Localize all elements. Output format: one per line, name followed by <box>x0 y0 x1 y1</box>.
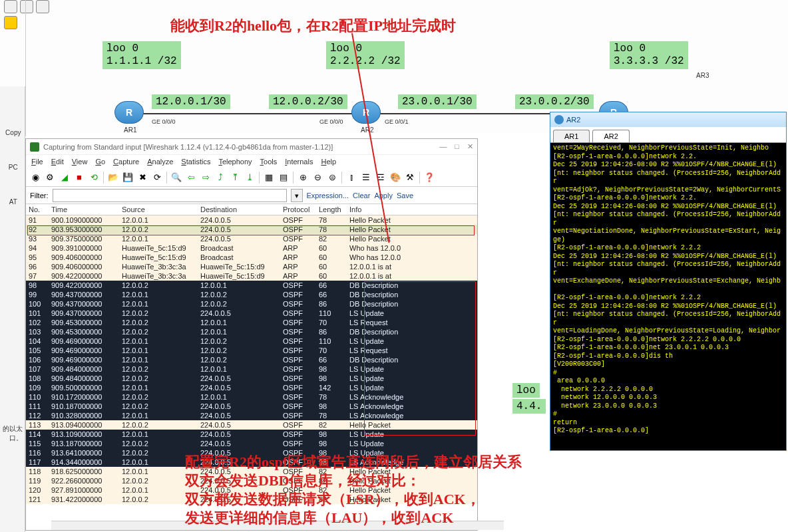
tb-autoscroll-icon[interactable]: ▤ <box>277 171 290 184</box>
packet-row[interactable]: 109909.50000000012.0.0.1224.0.0.5OSPF142… <box>26 383 477 392</box>
menu-file[interactable]: File <box>31 158 43 166</box>
icon-app2[interactable] <box>20 0 33 13</box>
packet-row[interactable]: 97909.422000000HuaweiTe_3b:3c:3aHuaweiTe… <box>26 271 477 281</box>
tab-ar1[interactable]: AR1 <box>553 130 590 142</box>
packet-row[interactable]: 108909.48400000012.0.0.2224.0.0.5OSPF98L… <box>26 374 477 383</box>
packet-row[interactable]: 93909.37500000012.0.0.1224.0.0.5OSPF82He… <box>26 234 477 243</box>
tb-goto-icon[interactable]: ⤴ <box>214 171 227 184</box>
tb-last-icon[interactable]: ⤓ <box>243 171 256 184</box>
icon-lightning[interactable] <box>4 16 17 29</box>
tb-colorize-icon[interactable]: ▦ <box>262 171 276 184</box>
ip-12-2: 12.0.0.2/30 <box>269 94 347 109</box>
ip-12-1: 12.0.0.1/30 <box>152 94 230 109</box>
filter-dropdown-icon[interactable]: ▾ <box>291 189 303 202</box>
menu-telephony[interactable]: Telephony <box>218 158 252 166</box>
ge-r1-00: GE 0/0/0 <box>152 118 176 125</box>
icon-app1[interactable] <box>4 0 17 13</box>
col-info[interactable]: Info <box>347 204 477 215</box>
packet-row[interactable]: 111910.18700000012.0.0.2224.0.0.5OSPF98L… <box>26 402 477 411</box>
menu-edit[interactable]: Edit <box>51 158 64 166</box>
tb-reload-icon[interactable]: ⟳ <box>150 171 164 184</box>
packet-row[interactable]: 110910.17200000012.0.0.212.0.0.1OSPF78LS… <box>26 392 477 402</box>
menu-help[interactable]: Help <box>321 158 336 166</box>
filter-label: Filter: <box>30 192 49 200</box>
tb-interfaces-icon[interactable]: ◉ <box>29 171 42 184</box>
packet-row[interactable]: 105909.46900000012.0.0.112.0.0.2OSPF70LS… <box>26 346 477 355</box>
packet-row[interactable]: 114913.10900000012.0.0.1224.0.0.5OSPF98L… <box>26 430 477 439</box>
packet-row[interactable]: 106909.46900000012.0.0.112.0.0.2OSPF66DB… <box>26 355 477 364</box>
packet-row[interactable]: 107909.48400000012.0.0.212.0.0.1OSPF98LS… <box>26 364 477 374</box>
packet-row[interactable]: 95909.406000000HuaweiTe_5c:15:d9Broadcas… <box>26 253 477 262</box>
menu-internals[interactable]: Internals <box>285 158 313 166</box>
tb-fwd-icon[interactable]: ⇨ <box>199 171 212 184</box>
ar2-console[interactable]: vent=2WayReceived, NeighborPreviousState… <box>550 143 786 437</box>
col-time[interactable]: Time <box>49 204 119 215</box>
router-r2-label: AR2 <box>361 126 373 134</box>
tb-prefs-icon[interactable]: ⚒ <box>403 171 417 184</box>
left-eth-label: 的以太口。 <box>0 424 23 443</box>
tb-zoomout-icon[interactable]: ⊖ <box>311 171 324 184</box>
col-len[interactable]: Length <box>316 204 347 215</box>
close-icon[interactable]: ✕ <box>467 142 473 151</box>
packet-row[interactable]: 102909.45300000012.0.0.212.0.0.1OSPF70LS… <box>26 318 477 327</box>
menu-view[interactable]: View <box>72 158 88 166</box>
menu-tools[interactable]: Tools <box>260 158 278 166</box>
packet-row[interactable]: 94909.391000000HuaweiTe_5c:15:d9Broadcas… <box>26 243 477 253</box>
tb-restart-icon[interactable]: ⟲ <box>87 171 100 184</box>
loo0-r3: loo 03.3.3.3 /32 <box>610 41 688 69</box>
router-r1-label: AR1 <box>124 126 136 134</box>
packet-row[interactable]: 91900.10900000012.0.0.1224.0.0.5OSPF78He… <box>26 215 477 225</box>
col-proto[interactable]: Protocol <box>280 204 316 215</box>
packet-row[interactable]: 100909.43700000012.0.0.112.0.0.2OSPF86DB… <box>26 299 477 309</box>
packet-row[interactable]: 115913.18700000012.0.0.2224.0.0.5OSPF98L… <box>26 439 477 448</box>
filter-input[interactable] <box>53 189 287 202</box>
tb-resize-icon[interactable]: ⫿ <box>345 171 358 184</box>
ar2-titlebar[interactable]: AR2 <box>550 112 786 127</box>
menu-analyze[interactable]: Analyze <box>147 158 173 166</box>
tb-zoom100-icon[interactable]: ⊜ <box>325 171 339 184</box>
min-icon[interactable]: — <box>439 142 447 151</box>
tab-ar2[interactable]: AR2 <box>592 130 629 142</box>
tb-find-icon[interactable]: 🔍 <box>170 171 183 184</box>
packet-row[interactable]: 101909.43700000012.0.0.2224.0.0.5OSPF110… <box>26 309 477 318</box>
tb-close-icon[interactable]: ✖ <box>136 171 149 184</box>
router-r1[interactable]: R <box>114 101 144 124</box>
packet-row[interactable]: 98909.42200000012.0.0.212.0.0.1OSPF66DB … <box>26 281 477 290</box>
tb-options-icon[interactable]: ⚙ <box>43 171 57 184</box>
ip-extra: 4.4. <box>512 399 546 414</box>
filter-save[interactable]: Save <box>397 192 413 200</box>
filter-expression[interactable]: Expression... <box>307 192 349 200</box>
icon-app3[interactable] <box>36 0 49 13</box>
tb-zoomin-icon[interactable]: ⊕ <box>296 171 309 184</box>
tb-capfilter-icon[interactable]: ☰ <box>359 171 373 184</box>
packet-row[interactable]: 103909.45300000012.0.0.212.0.0.1OSPF86DB… <box>26 327 477 336</box>
col-no[interactable]: No. <box>26 204 49 215</box>
tb-back-icon[interactable]: ⇦ <box>184 171 198 184</box>
packet-row[interactable]: 96909.406000000HuaweiTe_3b:3c:3aHuaweiTe… <box>26 262 477 271</box>
annotation-b2: 双方会发送DBD信息库，经过对比： <box>185 471 421 491</box>
packet-row[interactable]: 99909.43700000012.0.0.112.0.0.2OSPF66DB … <box>26 290 477 299</box>
packet-row[interactable]: 112910.32800000012.0.0.1224.0.0.5OSPF78L… <box>26 411 477 420</box>
wireshark-titlebar[interactable]: Capturing from Standard input [Wireshark… <box>26 139 477 155</box>
tb-open-icon[interactable]: 📂 <box>106 171 120 184</box>
col-dest[interactable]: Destination <box>198 204 280 215</box>
tb-start-icon[interactable]: ◢ <box>58 171 71 184</box>
tb-stop-icon[interactable]: ■ <box>73 171 86 184</box>
packet-row[interactable]: 113913.09400000012.0.0.2224.0.0.5OSPF82H… <box>26 420 477 430</box>
menu-statistics[interactable]: Statistics <box>181 158 210 166</box>
filter-apply[interactable]: Apply <box>374 192 393 200</box>
packet-row[interactable]: 92903.95300000012.0.0.2224.0.0.5OSPF78He… <box>26 225 477 234</box>
ge-r2-00: GE 0/0/0 <box>319 118 343 125</box>
menu-capture[interactable]: Capture <box>113 158 139 166</box>
packet-row[interactable]: 104909.46900000012.0.0.112.0.0.2OSPF110L… <box>26 336 477 346</box>
filter-clear[interactable]: Clear <box>353 192 370 200</box>
tb-coloring-icon[interactable]: 🎨 <box>389 171 402 184</box>
loo0-r1: loo 01.1.1.1 /32 <box>102 41 181 69</box>
tb-first-icon[interactable]: ⤒ <box>228 171 242 184</box>
tb-save-icon[interactable]: 💾 <box>121 171 134 184</box>
wireshark-toolbar: ◉ ⚙ ◢ ■ ⟲ 📂 💾 ✖ ⟳ 🔍 ⇦ ⇨ ⤴ ⤒ ⤓ ▦ ▤ ⊕ ⊖ ⊜ … <box>26 168 477 187</box>
max-icon[interactable]: □ <box>455 142 459 151</box>
col-source[interactable]: Source <box>119 204 198 215</box>
tb-help-icon[interactable]: ❓ <box>423 171 436 184</box>
menu-go[interactable]: Go <box>95 158 105 166</box>
